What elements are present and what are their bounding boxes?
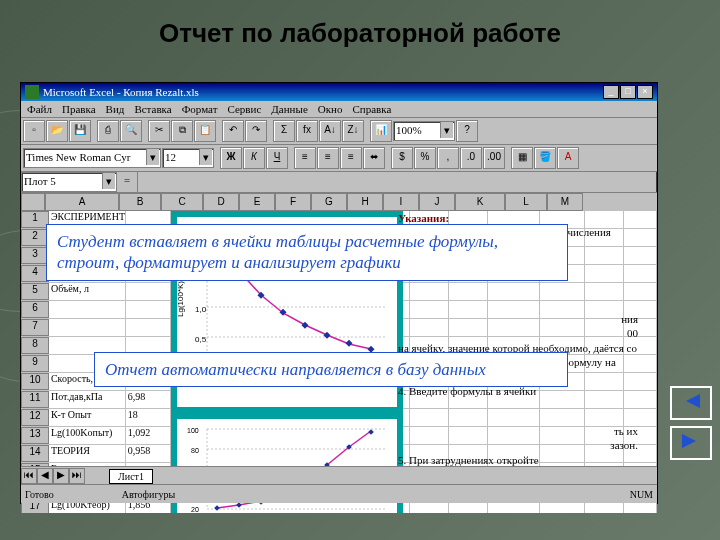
font-color-icon[interactable]: A (557, 147, 579, 169)
title-bar: Microsoft Excel - Копия Rezalt.xls _ □ × (21, 83, 657, 101)
inc-decimal-icon[interactable]: .0 (460, 147, 482, 169)
font-size-combo[interactable]: 12 (162, 148, 214, 168)
save-icon[interactable]: 💾 (69, 120, 91, 142)
fx-icon[interactable]: fx (296, 120, 318, 142)
col-header[interactable]: B (119, 193, 161, 211)
underline-icon[interactable]: Ч (266, 147, 288, 169)
maximize-button[interactable]: □ (620, 85, 636, 99)
cut-icon[interactable]: ✂ (148, 120, 170, 142)
menu-view[interactable]: Вид (106, 103, 125, 115)
svg-text:100: 100 (187, 427, 199, 434)
tab-nav-prev-icon[interactable]: ◀ (37, 468, 53, 484)
callout-1: Студент вставляет в ячейки таблицы расче… (46, 224, 568, 281)
col-header[interactable]: A (45, 193, 119, 211)
status-ready: Готово (25, 489, 54, 500)
menu-file[interactable]: Файл (27, 103, 52, 115)
align-left-icon[interactable]: ≡ (294, 147, 316, 169)
row-header[interactable]: 12 (21, 409, 49, 426)
tab-nav-next-icon[interactable]: ▶ (53, 468, 69, 484)
col-header[interactable]: K (455, 193, 505, 211)
row-header[interactable]: 11 (21, 391, 49, 408)
formula-bar: Плот 5 = (21, 172, 657, 193)
italic-icon[interactable]: К (243, 147, 265, 169)
row-header[interactable]: 2 (21, 229, 49, 246)
tab-nav-last-icon[interactable]: ⏭ (69, 468, 85, 484)
prev-slide-button[interactable] (670, 386, 712, 420)
col-header[interactable]: J (419, 193, 455, 211)
fill-color-icon[interactable]: 🪣 (534, 147, 556, 169)
row-header[interactable]: 4 (21, 265, 49, 282)
row-header[interactable]: 5 (21, 283, 49, 300)
col-header[interactable]: H (347, 193, 383, 211)
undo-icon[interactable]: ↶ (222, 120, 244, 142)
zoom-combo[interactable]: 100% (393, 121, 455, 141)
col-header[interactable]: D (203, 193, 239, 211)
callout-2: Отчет автоматически направляется в базу … (94, 352, 568, 387)
col-header[interactable]: E (239, 193, 275, 211)
menu-edit[interactable]: Правка (62, 103, 96, 115)
bold-icon[interactable]: Ж (220, 147, 242, 169)
print-icon[interactable]: ⎙ (97, 120, 119, 142)
comma-icon[interactable]: , (437, 147, 459, 169)
slide-title: Отчет по лабораторной работе (0, 0, 720, 57)
row-header[interactable]: 10 (21, 373, 49, 390)
menu-window[interactable]: Окно (318, 103, 343, 115)
col-header[interactable]: M (547, 193, 583, 211)
menu-insert[interactable]: Вставка (134, 103, 171, 115)
col-header[interactable]: I (383, 193, 419, 211)
svg-rect-16 (323, 332, 330, 339)
format-toolbar: Times New Roman Cyr 12 Ж К Ч ≡ ≡ ≡ ⬌ $ %… (21, 145, 657, 172)
sort-asc-icon[interactable]: A↓ (319, 120, 341, 142)
open-icon[interactable]: 📂 (46, 120, 68, 142)
svg-text:80: 80 (191, 447, 199, 454)
row-header[interactable]: 3 (21, 247, 49, 264)
merge-icon[interactable]: ⬌ (363, 147, 385, 169)
menu-bar: Файл Правка Вид Вставка Формат Сервис Да… (21, 101, 657, 118)
redo-icon[interactable]: ↷ (245, 120, 267, 142)
paste-icon[interactable]: 📋 (194, 120, 216, 142)
row-header[interactable]: 13 (21, 427, 49, 444)
svg-rect-17 (345, 340, 352, 347)
menu-tools[interactable]: Сервис (228, 103, 262, 115)
col-header[interactable]: C (161, 193, 203, 211)
minimize-button[interactable]: _ (603, 85, 619, 99)
col-header[interactable]: G (311, 193, 347, 211)
svg-text:0,5: 0,5 (195, 335, 207, 344)
name-box[interactable]: Плот 5 (21, 172, 117, 192)
help-icon[interactable]: ? (456, 120, 478, 142)
preview-icon[interactable]: 🔍 (120, 120, 142, 142)
copy-icon[interactable]: ⧉ (171, 120, 193, 142)
instructions-heading: Указания: (398, 212, 449, 224)
font-name-combo[interactable]: Times New Roman Cyr (23, 148, 161, 168)
excel-window: Microsoft Excel - Копия Rezalt.xls _ □ ×… (20, 82, 658, 504)
chart-icon[interactable]: 📊 (370, 120, 392, 142)
row-header[interactable]: 7 (21, 319, 49, 336)
row-header[interactable]: 1 (21, 211, 49, 228)
column-headers: ABCDEFGHIJKLM (21, 193, 657, 211)
close-button[interactable]: × (637, 85, 653, 99)
row-header[interactable]: 6 (21, 301, 49, 318)
col-header[interactable]: L (505, 193, 547, 211)
align-center-icon[interactable]: ≡ (317, 147, 339, 169)
row-header[interactable]: 14 (21, 445, 49, 462)
sum-icon[interactable]: Σ (273, 120, 295, 142)
menu-help[interactable]: Справка (352, 103, 391, 115)
dec-decimal-icon[interactable]: .00 (483, 147, 505, 169)
menu-data[interactable]: Данные (271, 103, 307, 115)
tab-nav-first-icon[interactable]: ⏮ (21, 468, 37, 484)
percent-icon[interactable]: % (414, 147, 436, 169)
row-header[interactable]: 9 (21, 355, 49, 372)
currency-icon[interactable]: $ (391, 147, 413, 169)
new-icon[interactable]: ▫ (23, 120, 45, 142)
borders-icon[interactable]: ▦ (511, 147, 533, 169)
sheet-tab[interactable]: Лист1 (109, 469, 153, 484)
standard-toolbar: ▫ 📂 💾 ⎙ 🔍 ✂ ⧉ 📋 ↶ ↷ Σ fx A↓ Z↓ 📊 100% ? (21, 118, 657, 145)
menu-format[interactable]: Формат (182, 103, 218, 115)
align-right-icon[interactable]: ≡ (340, 147, 362, 169)
sort-desc-icon[interactable]: Z↓ (342, 120, 364, 142)
row-header[interactable]: 8 (21, 337, 49, 354)
autoshapes-button[interactable]: Автофигуры (122, 489, 176, 500)
svg-rect-35 (236, 502, 242, 508)
next-slide-button[interactable] (670, 426, 712, 460)
col-header[interactable]: F (275, 193, 311, 211)
